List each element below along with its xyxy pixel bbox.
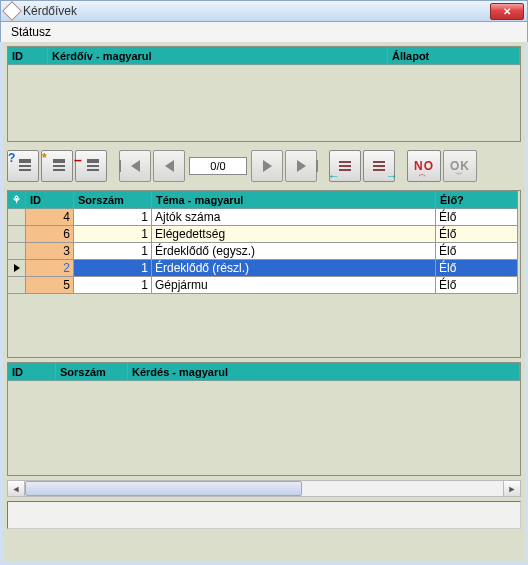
lines-icon bbox=[83, 159, 99, 173]
menu-status[interactable]: Státusz bbox=[5, 23, 57, 41]
col-sorszam[interactable]: Sorszám bbox=[56, 363, 128, 381]
cell-sorszam[interactable]: 1 bbox=[74, 209, 152, 226]
bottom-table-header: ID Sorszám Kérdés - magyarul bbox=[8, 363, 520, 381]
col-elo[interactable]: Élő? bbox=[436, 191, 518, 209]
arrow-right-icon: → bbox=[386, 169, 398, 183]
cell-tema[interactable]: Érdeklődő (részl.) bbox=[152, 260, 436, 277]
remove-filter-button[interactable]: – bbox=[75, 150, 107, 182]
col-indicator[interactable]: ⚘ bbox=[8, 191, 26, 209]
top-table: ID Kérdőív - magyarul Állapot bbox=[7, 46, 521, 142]
row-indicator bbox=[8, 277, 26, 294]
menubar: Státusz bbox=[0, 22, 528, 42]
cell-tema[interactable]: Elégedettség bbox=[152, 226, 436, 243]
first-icon bbox=[131, 160, 140, 172]
cell-id[interactable]: 2 bbox=[26, 260, 74, 277]
frown-icon: ︵ bbox=[418, 168, 427, 181]
window-body: ID Kérdőív - magyarul Állapot ? * – 0/0 bbox=[0, 42, 528, 565]
table-row[interactable]: 41Ajtók számaÉlő bbox=[8, 209, 520, 226]
cell-elo[interactable]: Élő bbox=[436, 260, 518, 277]
table-row[interactable]: 51GépjármuÉlő bbox=[8, 277, 520, 294]
minus-icon: – bbox=[74, 152, 82, 168]
nav-next-button[interactable] bbox=[251, 150, 283, 182]
cell-tema[interactable]: Gépjármu bbox=[152, 277, 436, 294]
table-row[interactable]: 21Érdeklődő (részl.)Élő bbox=[8, 260, 520, 277]
filter-button[interactable]: ? bbox=[7, 150, 39, 182]
scroll-right-button[interactable]: ► bbox=[503, 481, 520, 496]
window-title: Kérdőívek bbox=[23, 4, 77, 18]
table-row[interactable]: 31Érdeklődő (egysz.)Élő bbox=[8, 243, 520, 260]
record-counter: 0/0 bbox=[189, 157, 247, 175]
cell-elo[interactable]: Élő bbox=[436, 209, 518, 226]
col-tema[interactable]: Téma - magyarul bbox=[152, 191, 436, 209]
cell-id[interactable]: 5 bbox=[26, 277, 74, 294]
cell-elo[interactable]: Élő bbox=[436, 243, 518, 260]
cell-sorszam[interactable]: 1 bbox=[74, 277, 152, 294]
cell-tema[interactable]: Ajtók száma bbox=[152, 209, 436, 226]
sort-asc-button[interactable]: * bbox=[41, 150, 73, 182]
nav-first-button[interactable] bbox=[119, 150, 151, 182]
row-indicator bbox=[8, 209, 26, 226]
status-panel bbox=[7, 501, 521, 529]
cell-id[interactable]: 6 bbox=[26, 226, 74, 243]
top-table-header: ID Kérdőív - magyarul Állapot bbox=[8, 47, 520, 65]
ok-button[interactable]: OK ︶ bbox=[443, 150, 477, 182]
cell-id[interactable]: 4 bbox=[26, 209, 74, 226]
row-indicator bbox=[8, 260, 26, 277]
col-allapot[interactable]: Állapot bbox=[388, 47, 520, 65]
lines-red-icon bbox=[371, 159, 387, 173]
next-icon bbox=[263, 160, 272, 172]
lines-icon bbox=[15, 159, 31, 173]
middle-table-header: ⚘ ID Sorszám Téma - magyarul Élő? bbox=[8, 191, 520, 209]
cell-sorszam[interactable]: 1 bbox=[74, 226, 152, 243]
lines-icon bbox=[49, 159, 65, 173]
scroll-track[interactable] bbox=[25, 481, 503, 496]
no-button[interactable]: NO ︵ bbox=[407, 150, 441, 182]
move-left-button[interactable]: ← bbox=[329, 150, 361, 182]
cell-tema[interactable]: Érdeklődő (egysz.) bbox=[152, 243, 436, 260]
col-kerdoiv[interactable]: Kérdőív - magyarul bbox=[48, 47, 388, 65]
horizontal-scrollbar[interactable]: ◄ ► bbox=[7, 480, 521, 497]
toolbar: ? * – 0/0 ← → bbox=[7, 146, 521, 186]
col-id[interactable]: ID bbox=[26, 191, 74, 209]
nav-last-button[interactable] bbox=[285, 150, 317, 182]
cell-sorszam[interactable]: 1 bbox=[74, 260, 152, 277]
cell-elo[interactable]: Élő bbox=[436, 226, 518, 243]
col-kerdes[interactable]: Kérdés - magyarul bbox=[128, 363, 520, 381]
middle-table: ⚘ ID Sorszám Téma - magyarul Élő? 41Ajtó… bbox=[7, 190, 521, 358]
row-indicator bbox=[8, 243, 26, 260]
current-row-icon bbox=[14, 264, 20, 272]
prev-icon bbox=[165, 160, 174, 172]
last-icon bbox=[297, 160, 306, 172]
arrow-left-icon: ← bbox=[328, 169, 340, 183]
move-right-button[interactable]: → bbox=[363, 150, 395, 182]
nav-prev-button[interactable] bbox=[153, 150, 185, 182]
scroll-thumb[interactable] bbox=[25, 481, 302, 496]
question-icon: ? bbox=[8, 151, 15, 165]
star-icon: * bbox=[42, 151, 47, 165]
row-indicator bbox=[8, 226, 26, 243]
close-button[interactable]: ✕ bbox=[490, 3, 524, 20]
titlebar: Kérdőívek ✕ bbox=[0, 0, 528, 22]
col-sorszam[interactable]: Sorszám bbox=[74, 191, 152, 209]
col-id[interactable]: ID bbox=[8, 363, 56, 381]
smile-icon: ︶ bbox=[455, 168, 464, 181]
cell-sorszam[interactable]: 1 bbox=[74, 243, 152, 260]
scroll-left-button[interactable]: ◄ bbox=[8, 481, 25, 496]
bottom-table: ID Sorszám Kérdés - magyarul bbox=[7, 362, 521, 476]
table-row[interactable]: 61ElégedettségÉlő bbox=[8, 226, 520, 243]
col-id[interactable]: ID bbox=[8, 47, 48, 65]
middle-table-body: 41Ajtók számaÉlő61ElégedettségÉlő31Érdek… bbox=[8, 209, 520, 294]
cell-id[interactable]: 3 bbox=[26, 243, 74, 260]
cell-elo[interactable]: Élő bbox=[436, 277, 518, 294]
app-icon bbox=[2, 1, 22, 21]
